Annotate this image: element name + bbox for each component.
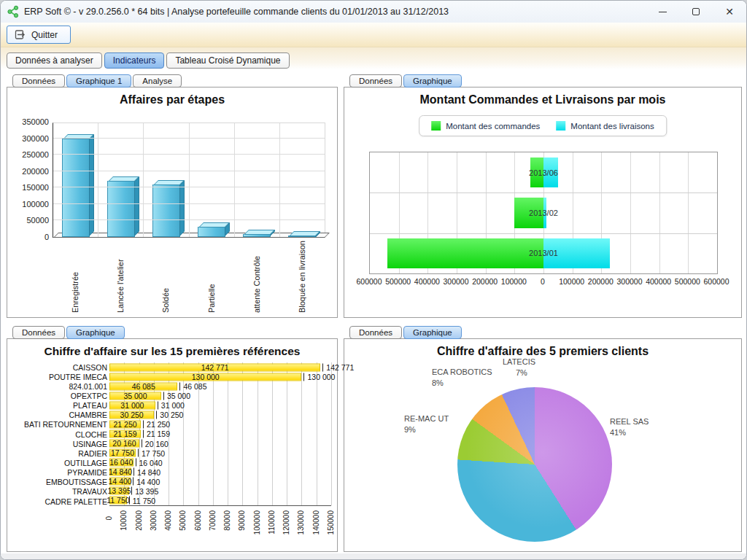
bar-value-inside: 31 000: [109, 401, 155, 410]
legend-livraisons-label: Montant des livraisons: [570, 122, 654, 131]
x-axis-tick-label: 600000: [703, 277, 729, 286]
x-axis-label: Bloquée en livraison: [280, 241, 325, 313]
x-axis-tick-label: 500000: [675, 277, 700, 286]
bar-value-inside: 20 160: [109, 439, 139, 448]
x-axis-label: Partielle: [189, 241, 234, 313]
reference-row-caisson: 142 771142 771: [109, 362, 331, 372]
month-row-2013-06: 2013/06: [370, 152, 717, 192]
steps-tab-analyse[interactable]: Analyse: [133, 74, 182, 88]
x-axis-tick-label: 20000: [136, 510, 143, 534]
panel-references: DonnéesGraphique Chiffre d'affaire sur l…: [7, 323, 338, 552]
bar-side-face: [134, 176, 139, 236]
x-axis-tick-label: 120000: [283, 510, 290, 537]
bar-value-inside: 11 750: [109, 496, 127, 505]
references-tab-graphique[interactable]: Graphique: [66, 326, 125, 339]
bar-value-outside: 11 750: [129, 497, 155, 505]
x-axis-tick-label: 200000: [472, 277, 498, 286]
pie-label-reel-sas: REEL SAS41%: [610, 416, 649, 438]
main-tab-indicateurs[interactable]: Indicateurs: [104, 52, 165, 69]
reference-row-pyramide: 14 84014 840: [109, 467, 331, 477]
reference-row-emboutissage: 14 40014 400: [109, 477, 331, 486]
main-tab-donn-es-analyser[interactable]: Données à analyser: [7, 52, 102, 69]
main-tab-tableau-crois-dynamique[interactable]: Tableau Croisé Dynamique: [166, 52, 289, 69]
bar-value-inside: 130 000: [109, 373, 301, 381]
window-title: ERP Soft © - v 29.0.256.0 * 64 bits | An…: [24, 7, 449, 17]
category-label: PYRAMIDE: [15, 468, 109, 478]
maximize-button[interactable]: [679, 1, 713, 23]
steps-plot-area: 0500001000001500002000002500003000003500…: [53, 122, 325, 238]
minimize-button[interactable]: [646, 1, 679, 23]
x-axis-tick-label: 150000: [328, 510, 335, 537]
x-axis-tick-label: 80000: [224, 510, 231, 534]
gridline: [53, 219, 325, 220]
steps-tab-donn-es[interactable]: Données: [12, 74, 65, 88]
references-chart-box: Chiffre d'affaire sur les 15 premières r…: [7, 338, 338, 552]
category-label: USINAGE: [15, 439, 109, 448]
gridline: [331, 362, 332, 505]
monthly-tab-donn-es[interactable]: Données: [349, 74, 402, 88]
x-axis-tick-label: 300000: [443, 277, 468, 286]
monthly-tab-graphique[interactable]: Graphique: [403, 74, 462, 88]
x-axis-tick-label: 30000: [150, 510, 158, 534]
x-axis-tick-label: 300000: [616, 277, 642, 286]
x-axis-tick-label: 0: [541, 277, 545, 286]
reference-row-poutre-imeca: 130 000130 000: [109, 372, 331, 381]
bar-value-inside: 13 395: [109, 486, 129, 495]
pie-label-name: RE-MAC UT: [404, 413, 449, 424]
pie-label-latecis: LATECIS7%: [503, 357, 535, 378]
category-label: CLOCHE: [15, 429, 109, 439]
pie-label-percent: 41%: [610, 427, 649, 438]
bar-bloqu-e-en-livraison: [288, 236, 316, 237]
gridline: [53, 171, 325, 171]
bar-value-outside: 20 160: [142, 440, 169, 448]
bar-value-outside: 21 159: [143, 429, 170, 438]
y-axis-tick-label: 350000: [22, 117, 49, 126]
reference-row-usinage: 20 16020 160: [109, 439, 331, 448]
bar-value-outside: 30 250: [156, 411, 183, 419]
bar-value-inside: 17 750: [109, 448, 136, 457]
x-axis-label: Enregistrée: [53, 241, 98, 313]
window-controls: ✕: [646, 1, 746, 23]
x-axis-tick-label: 140000: [313, 510, 320, 537]
clients-chart-title: Chiffre d'affaire des 5 premiers clients: [344, 345, 741, 358]
y-axis-tick-label: 100000: [22, 200, 49, 209]
y-axis-tick-label: 300000: [22, 134, 49, 143]
clients-tab-donn-es[interactable]: Données: [349, 326, 402, 339]
bar-value-outside: 14 400: [133, 478, 160, 486]
steps-chart-title: Affaires par étapes: [7, 93, 337, 106]
bar-value-inside: 14 400: [109, 477, 131, 486]
x-axis-tick-label: 0: [106, 510, 113, 524]
x-axis-tick-label: 100000: [501, 277, 527, 286]
category-label: OPEXTPC: [15, 391, 109, 400]
pie-label-name: ECA ROBOTICS: [432, 367, 492, 378]
bar-value-outside: 13 395: [131, 487, 158, 495]
bar-value-outside: 17 750: [138, 449, 165, 457]
x-axis-tick-label: 70000: [209, 510, 217, 534]
steps-tab-graphique-1[interactable]: Graphique 1: [66, 74, 131, 88]
quit-button-label: Quitter: [31, 30, 58, 40]
steps-chart-box: Affaires par étapes 05000010000015000020…: [7, 87, 338, 318]
x-axis-tick-label: 500000: [385, 277, 411, 286]
references-tab-donn-es[interactable]: Données: [12, 326, 65, 339]
bar-value-outside: 14 840: [133, 468, 160, 476]
minimize-icon: [659, 12, 667, 12]
quit-button[interactable]: Quitter: [7, 26, 71, 44]
pie-label-eca-robotics: ECA ROBOTICS8%: [432, 367, 492, 389]
bar-value-outside: 130 000: [303, 373, 335, 381]
pie-label-re-mac-ut: RE-MAC UT9%: [404, 413, 449, 435]
bar-value-inside: 35 000: [109, 392, 161, 400]
monthly-legend: Montant des commandes Montant des livrai…: [419, 115, 667, 136]
month-label: 2013/06: [529, 168, 558, 177]
category-label: 824.01.001: [15, 381, 109, 391]
bar-value-outside: 21 250: [143, 420, 170, 428]
clients-tab-graphique[interactable]: Graphique: [403, 326, 462, 339]
share-network-icon: [7, 5, 20, 18]
x-axis-tick-label: 10000: [120, 510, 128, 534]
y-axis-tick-label: 150000: [22, 183, 49, 192]
x-axis-tick-label: 600000: [356, 277, 382, 286]
close-button[interactable]: ✕: [713, 1, 746, 23]
monthly-x-axis-ticks: 6000005000004000003000002000001000000100…: [369, 277, 718, 289]
clients-pie-chart: [457, 387, 612, 542]
x-axis-tick-label: 50000: [179, 510, 187, 534]
category-label: RADIER: [15, 448, 109, 458]
